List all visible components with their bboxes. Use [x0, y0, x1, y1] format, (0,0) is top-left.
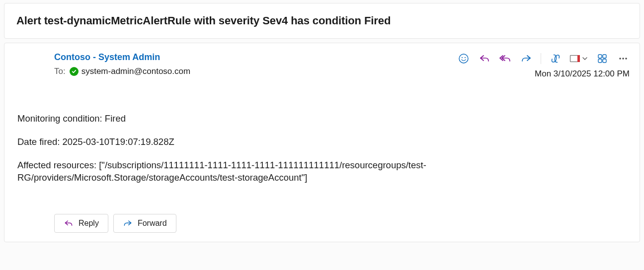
message-panel: Contoso - System Admin To: system-admin@… [4, 43, 640, 242]
copilot-icon[interactable] [549, 52, 562, 65]
to-line: To: system-admin@contoso.com [54, 67, 190, 76]
to-email: system-admin@contoso.com [81, 67, 190, 76]
chevron-down-icon [582, 56, 588, 62]
svg-rect-3 [598, 55, 602, 58]
reply-button-label: Reply [79, 219, 99, 228]
forward-icon[interactable] [520, 52, 533, 65]
message-action-buttons: Reply Forward [54, 214, 630, 233]
more-actions-icon[interactable] [617, 52, 630, 65]
svg-point-8 [622, 58, 624, 59]
message-actions-toolbar [457, 52, 630, 65]
header-right: Mon 3/10/2025 12:00 PM [457, 52, 630, 79]
apps-grid-icon[interactable] [596, 52, 609, 65]
svg-point-0 [459, 54, 468, 63]
reply-icon [64, 218, 74, 228]
svg-rect-5 [598, 59, 602, 63]
reply-button[interactable]: Reply [54, 214, 108, 233]
sender-name[interactable]: Contoso - System Admin [54, 52, 190, 63]
body-line-affected-resources: Affected resources: ["/subscriptions/111… [17, 159, 630, 184]
body-line-date-fired: Date fired: 2025-03-10T19:07:19.828Z [17, 136, 630, 148]
received-datetime: Mon 3/10/2025 12:00 PM [457, 69, 630, 79]
presence-available-icon [70, 67, 79, 76]
react-smiley-icon[interactable] [457, 52, 470, 65]
svg-point-2 [465, 57, 466, 58]
reply-all-icon[interactable] [499, 52, 512, 65]
reply-icon[interactable] [478, 52, 491, 65]
svg-point-1 [462, 57, 463, 58]
subject-panel: Alert test-dynamicMetricAlertRule with s… [4, 3, 640, 39]
toolbar-divider [541, 53, 541, 64]
flag-dropdown[interactable] [570, 55, 588, 62]
forward-button-label: Forward [138, 219, 167, 228]
forward-button[interactable]: Forward [113, 214, 176, 233]
flag-icon [570, 55, 580, 62]
svg-point-9 [625, 58, 627, 59]
body-line-monitoring-condition: Monitoring condition: Fired [17, 113, 630, 125]
message-body: Monitoring condition: Fired Date fired: … [17, 113, 630, 184]
to-label: To: [54, 67, 66, 76]
email-subject: Alert test-dynamicMetricAlertRule with s… [16, 14, 628, 27]
svg-rect-6 [603, 59, 606, 63]
svg-point-7 [619, 58, 621, 59]
sender-block: Contoso - System Admin To: system-admin@… [54, 52, 190, 76]
svg-rect-4 [603, 55, 606, 58]
message-header: Contoso - System Admin To: system-admin@… [54, 52, 630, 79]
forward-icon [123, 218, 133, 228]
